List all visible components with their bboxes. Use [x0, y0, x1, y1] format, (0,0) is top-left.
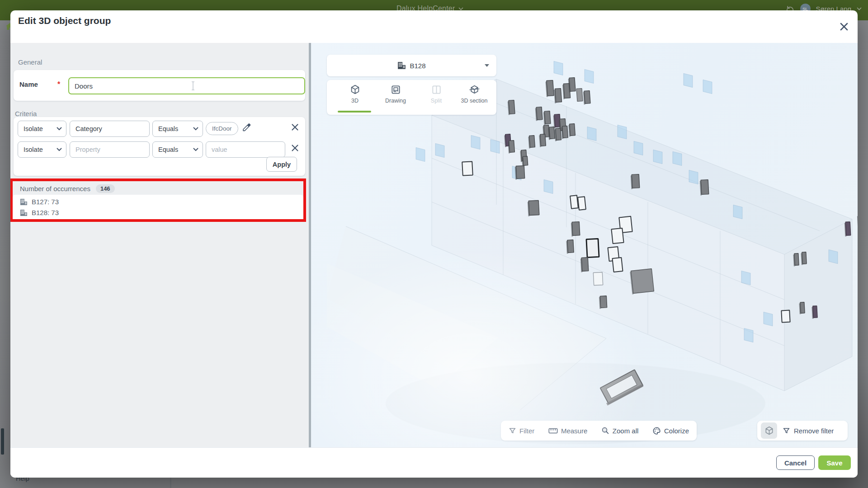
criteria-value-chip[interactable]: IfcDoor: [206, 122, 238, 135]
tab-label: Split: [431, 98, 442, 104]
tab-label: Drawing: [385, 98, 406, 104]
building-selector-value: B128: [410, 62, 425, 70]
tool-label: Measure: [561, 427, 587, 435]
criteria-value-input[interactable]: value: [206, 141, 285, 158]
remove-filter-button[interactable]: Remove filter: [783, 427, 834, 435]
criteria-action-select[interactable]: Isolate: [18, 141, 66, 158]
model-viewport[interactable]: B128 3D Drawing: [311, 43, 858, 447]
criteria-operator-select[interactable]: Equals: [152, 141, 203, 158]
cube-icon: [350, 84, 360, 95]
close-icon[interactable]: [838, 21, 850, 33]
criteria-section-label: Criteria: [15, 110, 37, 117]
view-mode-tabs: 3D Drawing Split: [327, 80, 496, 115]
required-marker: *: [57, 80, 60, 89]
tab-label: 3D section: [461, 98, 487, 104]
remove-row-icon[interactable]: [291, 144, 299, 152]
filter-icon: [509, 427, 516, 435]
screen: Dalux HelpCenter SL Søren Lang Help: [0, 0, 868, 488]
filter-button[interactable]: Filter: [509, 427, 534, 435]
tool-label: Colorize: [664, 427, 689, 435]
list-item: B128: 73: [20, 209, 59, 216]
tab-drawing[interactable]: Drawing: [377, 84, 415, 104]
save-button[interactable]: Save: [818, 455, 851, 470]
tab-label: 3D: [351, 98, 359, 104]
operator-value: Equals: [153, 125, 178, 132]
name-label: Name: [19, 80, 38, 88]
building-icon: [20, 209, 28, 216]
tab-split: Split: [417, 84, 455, 104]
edit-pencil-icon[interactable]: [242, 122, 251, 132]
dropdown-caret-icon: [485, 64, 489, 67]
chevron-down-icon: [193, 148, 198, 151]
name-input[interactable]: Doors: [68, 77, 305, 94]
occurrences-count-badge: 146: [96, 184, 115, 193]
value-placeholder: value: [206, 146, 227, 153]
cube-toggle-button[interactable]: [761, 422, 777, 439]
occurrences-header: Number of occurrences 146: [20, 184, 115, 193]
action-value: Isolate: [18, 146, 43, 153]
criteria-field-input[interactable]: Category: [70, 121, 150, 137]
list-item: B127: 73: [20, 198, 59, 206]
criteria-card: Isolate Category Equals IfcDoor: [14, 117, 305, 176]
zoom-all-button[interactable]: Zoom all: [601, 427, 639, 435]
apply-button[interactable]: Apply: [266, 157, 297, 172]
field-value: Category: [70, 125, 102, 132]
remove-filter-text: Remove filter: [794, 427, 834, 435]
drawing-icon: [391, 84, 401, 95]
measure-button[interactable]: Measure: [548, 427, 587, 435]
chevron-down-icon: [57, 127, 62, 131]
cube-icon: [764, 426, 774, 436]
occurrence-value: B127: 73: [32, 198, 59, 206]
palette-icon: [652, 427, 661, 435]
occurrences-list: B127: 73 B128: 73: [13, 195, 303, 219]
tab-3d-section[interactable]: 3D section: [455, 84, 493, 104]
cube-section-icon: [469, 84, 480, 95]
building-selector[interactable]: B128: [327, 55, 496, 76]
building-icon: [397, 61, 406, 70]
occurrences-label: Number of occurrences: [20, 185, 90, 192]
viewer-toolbar: Filter Measure Zoom all: [501, 421, 697, 441]
filter-icon: [783, 427, 790, 435]
chevron-down-icon: [193, 127, 198, 131]
remove-filter-group: Remove filter: [757, 421, 848, 441]
criteria-operator-select[interactable]: Equals: [152, 121, 203, 137]
tool-label: Zoom all: [613, 427, 639, 435]
edit-3d-object-group-dialog: Edit 3D object group General Name * Door…: [10, 10, 858, 478]
split-view-icon: [431, 84, 442, 95]
dialog-footer: Cancel Save: [10, 447, 858, 478]
colorize-button[interactable]: Colorize: [652, 427, 689, 435]
cancel-button[interactable]: Cancel: [776, 455, 815, 470]
active-tab-indicator: [338, 111, 371, 113]
dialog-title: Edit 3D object group: [18, 15, 111, 26]
tool-label: Filter: [519, 427, 534, 435]
chip-value: IfcDoor: [212, 125, 232, 132]
building-icon: [20, 198, 28, 206]
occurrence-value: B128: 73: [32, 209, 59, 216]
general-section-label: General: [18, 58, 42, 66]
operator-value: Equals: [153, 146, 178, 153]
field-placeholder: Property: [70, 146, 100, 153]
criteria-field-input[interactable]: Property: [70, 141, 150, 158]
criteria-action-select[interactable]: Isolate: [18, 121, 66, 137]
action-value: Isolate: [18, 125, 43, 132]
name-card: Name * Doors: [14, 70, 305, 101]
name-value: Doors: [75, 82, 93, 90]
chevron-down-icon: [57, 148, 62, 151]
tab-3d[interactable]: 3D: [336, 84, 374, 104]
occurrences-highlight-box: Number of occurrences 146 B127: 73: [10, 178, 306, 222]
ibeam-cursor-icon: [190, 81, 196, 90]
criteria-panel: General Name * Doors Criteria Isolate: [10, 43, 309, 447]
magnifier-icon: [601, 427, 609, 435]
ruler-icon: [548, 427, 558, 434]
remove-row-icon[interactable]: [291, 123, 299, 131]
